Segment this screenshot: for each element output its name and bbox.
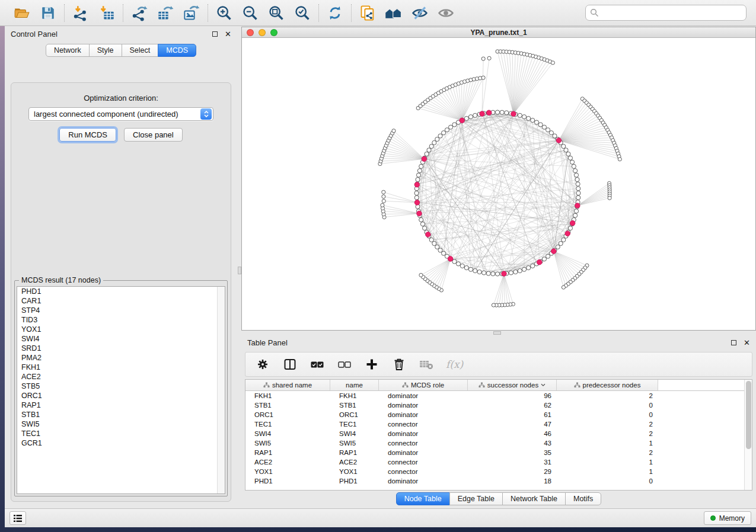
network-window-titlebar[interactable]: YPA_prune.txt_1: [242, 27, 755, 38]
graph-node[interactable]: [435, 245, 439, 249]
table-row[interactable]: PHD1PHD1dominator180: [245, 476, 752, 486]
graph-hub-node[interactable]: [511, 111, 516, 117]
graph-node[interactable]: [522, 115, 526, 119]
open-file-button[interactable]: [11, 3, 33, 23]
graph-hub-node[interactable]: [570, 220, 575, 226]
graph-hub-node[interactable]: [414, 182, 420, 187]
graph-node[interactable]: [438, 134, 442, 138]
graph-node[interactable]: [522, 267, 526, 271]
graph-node[interactable]: [505, 111, 509, 115]
graph-satellite-node[interactable]: [551, 61, 554, 65]
table-settings-button[interactable]: [255, 357, 270, 372]
graph-node[interactable]: [573, 213, 578, 217]
graph-node[interactable]: [576, 182, 580, 186]
graph-node[interactable]: [425, 152, 429, 156]
graph-satellite-node[interactable]: [481, 57, 485, 60]
graph-node[interactable]: [553, 134, 557, 138]
graph-node[interactable]: [477, 270, 481, 274]
delete-column-button[interactable]: [391, 357, 407, 372]
graph-hub-node[interactable]: [426, 232, 431, 238]
mcds-result-item[interactable]: PHD1: [17, 287, 225, 296]
graph-node[interactable]: [442, 251, 446, 255]
graph-node[interactable]: [448, 125, 452, 129]
graph-satellite-node[interactable]: [392, 129, 395, 133]
mcds-result-item[interactable]: FKH1: [17, 363, 225, 372]
graph-node[interactable]: [482, 271, 486, 275]
table-row[interactable]: YOX1YOX1connector291: [245, 467, 752, 476]
mcds-result-item[interactable]: GCR1: [17, 438, 225, 448]
tab-edge-table[interactable]: Edge Table: [449, 492, 503, 505]
close-panel-icon[interactable]: ✕: [225, 30, 231, 38]
graph-node[interactable]: [416, 173, 420, 177]
graph-hub-node[interactable]: [417, 211, 422, 216]
close-panel-icon[interactable]: ✕: [744, 339, 750, 347]
graph-hub-node[interactable]: [575, 203, 580, 209]
graph-node[interactable]: [417, 169, 422, 173]
graph-node[interactable]: [452, 123, 457, 127]
show-all-button[interactable]: [435, 3, 457, 23]
graph-node[interactable]: [542, 257, 546, 261]
graph-satellite-node[interactable]: [382, 190, 385, 194]
float-panel-icon[interactable]: [212, 31, 218, 37]
mcds-result-item[interactable]: TEC1: [17, 429, 225, 438]
graph-node[interactable]: [414, 196, 419, 200]
graph-node[interactable]: [566, 152, 570, 156]
graph-node[interactable]: [531, 118, 535, 122]
graph-node[interactable]: [452, 259, 457, 264]
graph-node[interactable]: [538, 123, 543, 127]
show-columns-button[interactable]: [282, 357, 298, 372]
graph-node[interactable]: [527, 265, 531, 270]
graph-node[interactable]: [549, 131, 553, 135]
network-canvas[interactable]: [242, 39, 755, 330]
graph-node[interactable]: [414, 191, 419, 195]
table-row[interactable]: ACE2ACE2connector311: [245, 457, 752, 467]
search-input[interactable]: [585, 5, 747, 21]
network-graph[interactable]: [242, 39, 755, 330]
graph-satellite-node[interactable]: [419, 273, 423, 277]
vertical-splitter-handle[interactable]: [238, 267, 241, 274]
graph-node[interactable]: [568, 156, 572, 160]
memory-button[interactable]: Memory: [704, 511, 751, 525]
zoom-out-button[interactable]: [240, 3, 261, 23]
graph-node[interactable]: [432, 140, 436, 145]
add-column-button[interactable]: [364, 357, 379, 372]
graph-hub-node[interactable]: [486, 110, 492, 116]
graph-hub-node[interactable]: [414, 200, 420, 206]
graph-node[interactable]: [513, 270, 518, 274]
graph-satellite-node[interactable]: [618, 158, 621, 161]
refresh-button[interactable]: [324, 3, 346, 23]
graph-node[interactable]: [509, 271, 513, 275]
graph-node[interactable]: [420, 222, 425, 226]
column-header-name[interactable]: name: [330, 380, 379, 390]
graph-hub-node[interactable]: [480, 111, 485, 117]
graph-satellite-node[interactable]: [382, 199, 385, 203]
mcds-result-list[interactable]: PHD1CAR1STP4TID3YOX1SWI4SRD1PMA2FKH1ACE2…: [17, 286, 225, 494]
graph-hub-node[interactable]: [502, 271, 507, 277]
tab-motifs[interactable]: Motifs: [565, 492, 601, 505]
mcds-result-item[interactable]: STB1: [17, 410, 225, 419]
graph-node[interactable]: [574, 209, 578, 213]
graph-node[interactable]: [416, 177, 420, 181]
mcds-result-item[interactable]: SRD1: [17, 344, 225, 353]
new-network-from-selection-button[interactable]: [357, 3, 378, 23]
graph-node[interactable]: [456, 262, 460, 266]
graph-node[interactable]: [546, 128, 550, 132]
graph-satellite-node[interactable]: [481, 76, 485, 79]
graph-node[interactable]: [572, 164, 576, 168]
graph-satellite-node[interactable]: [381, 203, 384, 207]
graph-hub-node[interactable]: [448, 257, 453, 262]
graph-hub-node[interactable]: [565, 231, 570, 236]
export-table-button[interactable]: [155, 3, 176, 23]
graph-node[interactable]: [422, 226, 426, 230]
graph-node[interactable]: [559, 241, 563, 245]
graph-node[interactable]: [419, 217, 423, 222]
graph-node[interactable]: [576, 196, 580, 200]
tab-network-table[interactable]: Network Table: [502, 492, 566, 505]
list-scrollbar[interactable]: [217, 287, 225, 493]
zoom-selected-button[interactable]: [292, 3, 313, 23]
graph-node[interactable]: [556, 245, 560, 249]
mcds-result-item[interactable]: RAP1: [17, 400, 225, 410]
graph-node[interactable]: [564, 148, 568, 152]
graph-satellite-node[interactable]: [608, 196, 611, 200]
mcds-result-item[interactable]: PMA2: [17, 353, 225, 363]
